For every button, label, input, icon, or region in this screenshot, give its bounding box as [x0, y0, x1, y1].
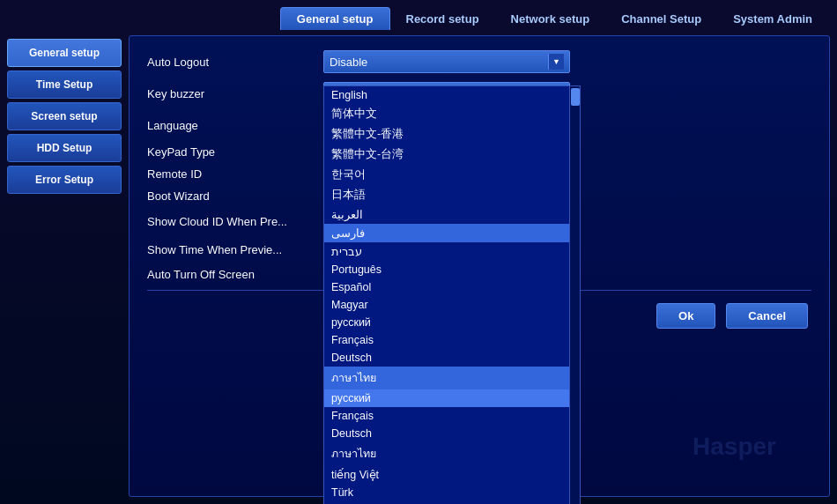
scrollbar-thumb-top [571, 88, 580, 106]
auto-logout-label: Auto Logout [147, 56, 323, 69]
dropdown-item-20[interactable]: tiếng Việt [324, 465, 569, 484]
language-dropdown: English简体中文繁體中文-香港繁體中文-台湾한국어日本語العربيةفا… [323, 85, 581, 504]
keypad-type-label: KeyPad Type [147, 145, 323, 159]
dropdown-item-1[interactable]: 简体中文 [324, 104, 569, 124]
dropdown-item-11[interactable]: Magyar [324, 296, 569, 314]
auto-logout-row: Auto Logout Disable [147, 50, 811, 73]
tab-network-setup[interactable]: Network setup [495, 8, 606, 30]
dropdown-item-3[interactable]: 繁體中文-台湾 [324, 145, 569, 165]
dropdown-scrollbar[interactable] [569, 86, 580, 504]
dropdown-item-13[interactable]: Français [324, 331, 569, 349]
tab-record-setup[interactable]: Record setup [390, 8, 495, 30]
watermark: Hasper [693, 433, 776, 461]
dropdown-item-21[interactable]: Türk [324, 484, 569, 501]
sidebar: General setup Time Setup Screen setup HD… [7, 35, 122, 497]
dropdown-item-2[interactable]: 繁體中文-香港 [324, 124, 569, 145]
tab-general-setup[interactable]: General setup [280, 7, 390, 30]
show-time-label: Show Time When Previe... [147, 243, 323, 256]
dropdown-item-17[interactable]: Français [324, 407, 569, 425]
dropdown-item-14[interactable]: Deutsch [324, 349, 569, 367]
dropdown-item-12[interactable]: русский [324, 314, 569, 331]
show-cloud-id-label: Show Cloud ID When Pre... [147, 215, 323, 228]
sidebar-item-error-setup[interactable]: Error Setup [7, 166, 122, 194]
boot-wizard-label: Boot Wizard [147, 189, 323, 203]
sidebar-item-hdd-setup[interactable]: HDD Setup [7, 134, 122, 162]
tab-bar: General setup Record setup Network setup… [7, 7, 830, 30]
main-area: General setup Time Setup Screen setup HD… [7, 35, 830, 497]
dropdown-item-0[interactable]: English [324, 86, 569, 104]
key-buzzer-label: Key buzzer [147, 87, 323, 100]
tab-channel-setup[interactable]: Channel Setup [605, 8, 717, 30]
auto-turn-off-label: Auto Turn Off Screen [147, 268, 323, 281]
dropdown-item-4[interactable]: 한국어 [324, 165, 569, 185]
language-label: Language [147, 119, 323, 132]
dropdown-list: English简体中文繁體中文-香港繁體中文-台湾한국어日本語العربيةفا… [324, 86, 569, 504]
ok-button[interactable]: Ok [656, 303, 715, 329]
auto-logout-select[interactable]: Disable [323, 50, 570, 73]
dropdown-item-19[interactable]: ภาษาไทย [324, 442, 569, 465]
cancel-button[interactable]: Cancel [726, 303, 808, 329]
dropdown-item-9[interactable]: Português [324, 261, 569, 278]
content-panel: Auto Logout Disable Key buzzer Enable La… [129, 35, 830, 497]
dropdown-item-5[interactable]: 日本語 [324, 185, 569, 205]
sidebar-item-general-setup[interactable]: General setup [7, 39, 122, 67]
dropdown-item-7[interactable]: فارسی [324, 224, 569, 242]
dropdown-item-8[interactable]: עברית [324, 242, 569, 261]
remote-id-label: Remote ID [147, 167, 323, 181]
dropdown-item-10[interactable]: Español [324, 278, 569, 296]
auto-logout-arrow[interactable] [548, 54, 564, 70]
tab-system-admin[interactable]: System Admin [717, 8, 828, 30]
sidebar-item-time-setup[interactable]: Time Setup [7, 70, 122, 99]
dropdown-item-18[interactable]: Deutsch [324, 425, 569, 442]
dropdown-item-16[interactable]: русский [324, 389, 569, 407]
dropdown-item-6[interactable]: العربية [324, 205, 569, 224]
dropdown-item-15[interactable]: ภาษาไทย [324, 367, 569, 389]
auto-logout-value: Disable [330, 56, 548, 69]
sidebar-item-screen-setup[interactable]: Screen setup [7, 102, 122, 130]
